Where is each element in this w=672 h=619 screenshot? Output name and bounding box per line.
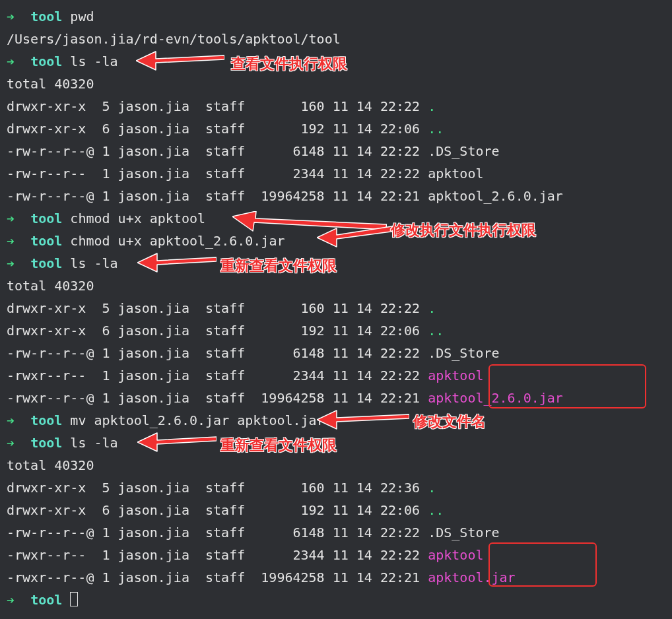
list-item: -rw-r--r--@ 1 jason.jia staff 6148 11 14…	[7, 342, 665, 364]
prompt-name: tool	[30, 233, 62, 249]
command-ls: ls -la	[70, 255, 118, 271]
prompt-name: tool	[30, 9, 62, 24]
list-item: -rwxr--r--@ 1 jason.jia staff 19964258 1…	[7, 387, 665, 409]
command-chmod-jar: chmod u+x apktool_2.6.0.jar	[70, 233, 285, 249]
prompt-arrow-icon: ➔	[7, 592, 15, 608]
prompt-arrow-icon: ➔	[7, 211, 15, 226]
prompt-arrow-icon: ➔	[7, 9, 15, 24]
list-item: -rwxr--r-- 1 jason.jia staff 2344 11 14 …	[7, 364, 665, 387]
list-item: drwxr-xr-x 6 jason.jia staff 192 11 14 2…	[7, 499, 665, 521]
command-ls: ls -la	[70, 435, 118, 451]
prompt-name: tool	[30, 435, 62, 451]
prompt-name: tool	[30, 412, 62, 428]
file-listing-2: drwxr-xr-x 5 jason.jia staff 160 11 14 2…	[7, 297, 665, 409]
command-chmod-apktool: chmod u+x apktool	[70, 211, 205, 226]
command-pwd: pwd	[70, 9, 94, 24]
list-item: drwxr-xr-x 6 jason.jia staff 192 11 14 2…	[7, 117, 665, 140]
output-pwd: /Users/jason.jia/rd-evn/tools/apktool/to…	[7, 28, 665, 50]
prompt-name: tool	[30, 255, 62, 271]
terminal[interactable]: ➔ tool pwd /Users/jason.jia/rd-evn/tools…	[0, 0, 672, 611]
list-item: -rw-r--r--@ 1 jason.jia staff 19964258 1…	[7, 185, 665, 207]
list-item: -rwxr--r--@ 1 jason.jia staff 19964258 1…	[7, 566, 665, 589]
prompt-name: tool	[30, 211, 62, 226]
output-total: total 40320	[7, 454, 665, 476]
prompt-name: tool	[30, 592, 62, 608]
prompt-name: tool	[30, 53, 62, 69]
cursor-icon	[70, 592, 78, 606]
output-total: total 40320	[7, 275, 665, 297]
prompt-arrow-icon: ➔	[7, 53, 15, 69]
output-total: total 40320	[7, 73, 665, 95]
file-listing-1: drwxr-xr-x 5 jason.jia staff 160 11 14 2…	[7, 95, 665, 207]
list-item: -rwxr--r-- 1 jason.jia staff 2344 11 14 …	[7, 544, 665, 566]
list-item: drwxr-xr-x 6 jason.jia staff 192 11 14 2…	[7, 319, 665, 342]
command-mv: mv apktool_2.6.0.jar apktool.jar	[70, 412, 324, 428]
list-item: drwxr-xr-x 5 jason.jia staff 160 11 14 2…	[7, 476, 665, 499]
list-item: -rw-r--r--@ 1 jason.jia staff 6148 11 14…	[7, 521, 665, 544]
prompt-arrow-icon: ➔	[7, 255, 15, 271]
prompt-arrow-icon: ➔	[7, 435, 15, 451]
file-listing-3: drwxr-xr-x 5 jason.jia staff 160 11 14 2…	[7, 476, 665, 589]
prompt-arrow-icon: ➔	[7, 233, 15, 249]
command-ls: ls -la	[70, 53, 118, 69]
prompt-arrow-icon: ➔	[7, 412, 15, 428]
list-item: -rw-r--r-- 1 jason.jia staff 2344 11 14 …	[7, 162, 665, 185]
list-item: drwxr-xr-x 5 jason.jia staff 160 11 14 2…	[7, 95, 665, 117]
list-item: drwxr-xr-x 5 jason.jia staff 160 11 14 2…	[7, 297, 665, 319]
list-item: -rw-r--r--@ 1 jason.jia staff 6148 11 14…	[7, 140, 665, 162]
